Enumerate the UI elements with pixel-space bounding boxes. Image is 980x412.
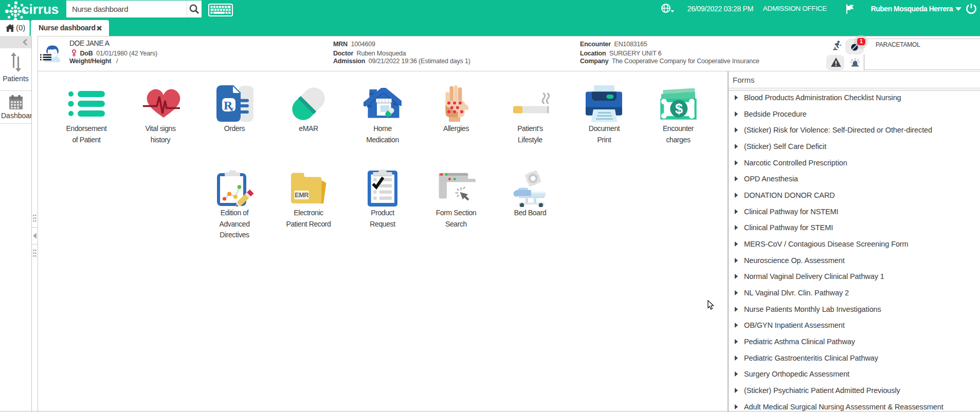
svg-text:$: $ bbox=[675, 101, 682, 117]
svg-text:EMR: EMR bbox=[295, 192, 308, 199]
svg-text:x: x bbox=[230, 105, 234, 114]
